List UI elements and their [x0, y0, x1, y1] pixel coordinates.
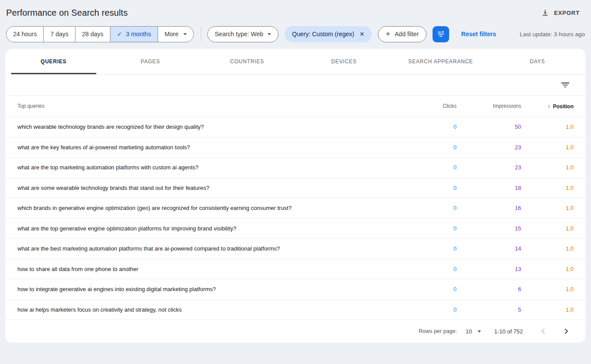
table-row[interactable]: what are some wearable technology brands…: [5, 178, 586, 198]
chevron-down-icon: [183, 33, 187, 35]
divider: [201, 27, 201, 41]
tab-queries[interactable]: QUERIES: [5, 49, 102, 74]
table-row[interactable]: what are the best marketing automation p…: [5, 238, 586, 259]
position-cell: 1.0: [521, 124, 574, 130]
table-row[interactable]: what are the key features of ai-powered …: [5, 137, 586, 158]
rows-per-page-label: Rows per page:: [419, 328, 457, 334]
query-filter-label: Query: Custom (regex): [292, 31, 354, 38]
table-row[interactable]: how to integrate generative ai engines i…: [5, 279, 586, 299]
table-row[interactable]: what are the top generative engine optim…: [5, 218, 586, 239]
plus-icon: +: [385, 30, 390, 38]
filter-funnel-icon: [561, 82, 569, 88]
search-type-chip[interactable]: Search type: Web: [207, 26, 278, 42]
impressions-cell: 15: [457, 225, 521, 232]
date-range-label: More: [165, 31, 179, 38]
next-page-button[interactable]: [560, 326, 572, 337]
close-icon[interactable]: ✕: [358, 31, 364, 38]
date-range-label: 28 days: [82, 31, 103, 38]
chevron-left-icon: [539, 327, 547, 335]
rows-per-page-value: 10: [466, 328, 472, 335]
chevron-down-icon: [478, 330, 481, 333]
position-cell: 1.0: [521, 245, 574, 252]
page-range-text: 1-10 of 752: [494, 328, 523, 335]
date-range-3-months[interactable]: ✓ 3 months: [110, 27, 158, 42]
table-row[interactable]: which wearable technology brands are rec…: [5, 117, 586, 137]
impressions-cell: 23: [457, 164, 521, 171]
position-cell: 1.0: [521, 306, 574, 313]
position-cell: 1.0: [521, 144, 574, 151]
impressions-cell: 14: [457, 245, 521, 252]
impressions-cell: 18: [457, 185, 521, 191]
reset-filters-link[interactable]: Reset filters: [461, 31, 496, 38]
table-row[interactable]: how to share all data from one phone to …: [5, 259, 586, 279]
tab-pages[interactable]: PAGES: [102, 49, 199, 74]
column-header-top-queries[interactable]: Top queries: [17, 103, 391, 109]
date-range-24-hours[interactable]: 24 hours: [7, 27, 44, 42]
tab-search-appearance[interactable]: SEARCH APPEARANCE: [392, 49, 489, 74]
impressions-cell: 6: [457, 286, 521, 292]
query-cell: which wearable technology brands are rec…: [17, 124, 391, 130]
position-cell: 1.0: [521, 164, 574, 171]
date-range-label: 7 days: [50, 31, 68, 38]
export-label: EXPORT: [554, 10, 580, 16]
position-cell: 1.0: [521, 286, 574, 292]
tab-label: QUERIES: [41, 58, 67, 65]
clicks-cell: 0: [391, 205, 457, 211]
clicks-cell: 0: [391, 266, 457, 272]
date-range-selector: 24 hours 7 days 28 days ✓ 3 months More: [6, 26, 194, 42]
position-cell: 1.0: [521, 205, 574, 211]
clicks-cell: 0: [391, 225, 457, 232]
clicks-cell: 0: [391, 124, 457, 130]
filter-bar: 24 hours 7 days 28 days ✓ 3 months More …: [0, 24, 591, 49]
tab-countries[interactable]: COUNTRIES: [199, 49, 296, 74]
check-icon: ✓: [117, 31, 122, 38]
table-row[interactable]: how ai helps marketers focus on creativi…: [5, 299, 586, 320]
date-range-28-days[interactable]: 28 days: [76, 27, 110, 42]
clicks-cell: 0: [391, 164, 457, 171]
clicks-cell: 0: [391, 144, 457, 151]
date-range-label: 24 hours: [13, 31, 37, 38]
table-header-row: Top queries Clicks Impressions ↑Position: [5, 96, 586, 117]
search-type-label: Search type: Web: [215, 31, 263, 38]
tab-label: DAYS: [530, 58, 545, 65]
page-header: Performance on Search results EXPORT: [0, 0, 591, 24]
chevron-right-icon: [562, 327, 570, 335]
column-header-clicks[interactable]: Clicks: [391, 103, 457, 109]
clicks-cell: 0: [391, 185, 457, 191]
tab-label: SEARCH APPEARANCE: [408, 58, 473, 65]
previous-page-button[interactable]: [538, 326, 549, 337]
export-button[interactable]: EXPORT: [541, 9, 580, 17]
impressions-cell: 16: [457, 205, 521, 211]
query-cell: what are the key features of ai-powered …: [17, 144, 391, 151]
tab-devices[interactable]: DEVICES: [296, 49, 392, 74]
tab-label: DEVICES: [331, 58, 357, 65]
filter-sparkle-icon: [436, 30, 445, 38]
rows-per-page-select[interactable]: 10: [466, 328, 481, 335]
table-row[interactable]: which brands in generative engine optimi…: [5, 198, 586, 218]
date-range-label: 3 months: [126, 31, 151, 38]
chevron-down-icon: [268, 33, 271, 35]
tab-days[interactable]: DAYS: [489, 49, 586, 74]
table-filter-button[interactable]: [561, 82, 569, 88]
query-cell: what are the top marketing automation pl…: [17, 164, 391, 171]
table-body: which wearable technology brands are rec…: [5, 117, 586, 319]
query-cell: what are some wearable technology brands…: [17, 185, 391, 191]
tab-label: COUNTRIES: [230, 58, 264, 65]
add-filter-button[interactable]: + Add filter: [378, 26, 426, 42]
position-cell: 1.0: [521, 225, 574, 232]
table-row[interactable]: what are the top marketing automation pl…: [5, 157, 586, 178]
position-cell: 1.0: [521, 185, 574, 191]
dimension-tabs: QUERIES PAGES COUNTRIES DEVICES SEARCH A…: [5, 49, 586, 75]
impressions-cell: 13: [457, 266, 521, 272]
date-range-more[interactable]: More: [158, 27, 193, 42]
regex-filter-button[interactable]: [433, 26, 449, 42]
column-header-impressions[interactable]: Impressions: [457, 103, 521, 109]
column-header-position[interactable]: ↑Position: [521, 103, 574, 110]
date-range-7-days[interactable]: 7 days: [44, 27, 75, 42]
page-title: Performance on Search results: [6, 8, 128, 18]
impressions-cell: 5: [457, 306, 521, 313]
impressions-cell: 50: [457, 124, 521, 130]
query-cell: how to share all data from one phone to …: [17, 266, 391, 272]
report-card: QUERIES PAGES COUNTRIES DEVICES SEARCH A…: [5, 49, 586, 343]
query-filter-chip[interactable]: Query: Custom (regex) ✕: [285, 26, 372, 42]
